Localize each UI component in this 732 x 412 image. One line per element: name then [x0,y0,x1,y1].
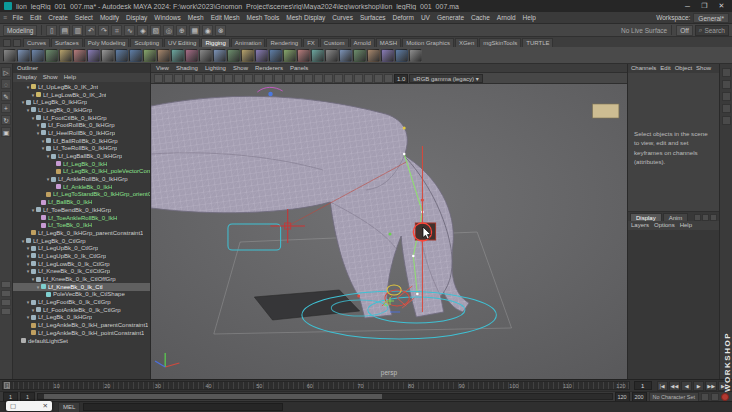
character-controls-icon[interactable] [722,116,731,125]
film-gate-icon[interactable] [244,74,253,83]
channel-box-menu-channels[interactable]: Channels [631,64,656,73]
render-current-frame-icon[interactable]: ◉ [202,25,213,36]
shelf-tool-icon[interactable] [213,49,226,62]
layout-single-icon[interactable] [1,281,11,288]
viewport-menu-renderers[interactable]: Renderers [255,64,283,72]
field-chart-icon[interactable] [274,74,283,83]
outliner-item[interactable]: PoleVecBk_0_Ik_CtlShape [13,291,150,299]
outliner-menu-display[interactable]: Display [17,73,37,82]
outliner-item[interactable]: ▾Lf_ToeRollBk_0_IkHGrp [13,145,150,153]
new-layer-icon[interactable] [694,214,701,221]
menu-help[interactable]: Help [519,14,539,21]
outliner-menu-show[interactable]: Show [43,73,58,82]
shelf-tool-icon[interactable] [73,49,86,62]
outliner-item[interactable]: ▾Lf_BallRollBk_0_IkHGrp [13,137,150,145]
menu-surfaces[interactable]: Surfaces [356,14,389,21]
shelf-tool-icon[interactable] [283,49,296,62]
select-camera-icon[interactable] [154,74,163,83]
snap-to-plane-icon[interactable]: ▧ [150,25,161,36]
play-forwards-button[interactable]: ▶ [693,381,704,391]
shadows-icon[interactable] [344,74,353,83]
shelf-tab-curves[interactable]: Curves [23,38,50,47]
attribute-editor-toggle-icon[interactable] [722,80,731,89]
menu-mesh-tools[interactable]: Mesh Tools [243,14,283,21]
shelf-tool-icon[interactable] [339,49,352,62]
outliner-item[interactable]: Lf_ToeAnkleRollBk_0_IkH [13,214,150,222]
command-language-toggle[interactable]: MEL [58,402,80,412]
menu-create[interactable]: Create [45,14,72,21]
maximize-button[interactable]: ❐ [698,2,711,10]
command-line-input[interactable] [83,403,283,411]
shaded-mode-icon[interactable] [314,74,323,83]
shelf-tool-icon[interactable] [115,49,128,62]
open-scene-icon[interactable]: ▤ [59,25,70,36]
resolution-gate-icon[interactable] [254,74,263,83]
shelf-tool-icon[interactable] [269,49,282,62]
shelf-tab-motion-graphics[interactable]: Motion Graphics [402,38,454,47]
render-view-icon[interactable]: ▦ [189,25,200,36]
viewport-menu-show[interactable]: Show [233,64,248,72]
safe-title-icon[interactable] [294,74,303,83]
outliner-item[interactable]: ▾Lf_KneeBk_0_Ik_CtlOffGrp [13,275,150,283]
undo-icon[interactable]: ↶ [85,25,96,36]
layer-editor-menu-help[interactable]: Help [680,221,692,230]
menu-set-dropdown[interactable]: Modeling [3,25,37,36]
menu-cache[interactable]: Cache [468,14,494,21]
outliner-item[interactable]: Lf_LegAnkleBk_0_IkH_pointConstraint1 [13,329,150,337]
outliner-item[interactable]: Lf_LegBk_0_IkH [13,160,150,168]
outliner-item[interactable]: ▾Lf_LegBallBk_0_IkHGrp [13,152,150,160]
outliner-item[interactable]: ▾Lf_KneeBk_0_Ik_CtlCtlGrp [13,268,150,276]
construction-history-icon[interactable]: ⊕ [176,25,187,36]
step-forward-button[interactable]: ▶▶ [705,381,717,391]
character-set-dropdown[interactable]: No Character Set [649,392,700,402]
outliner-item[interactable]: Lf_LegBk_0_IkH_poleVectorConstraint1 [13,168,150,176]
snap-to-grid-icon[interactable]: ⌗ [111,25,122,36]
layer-editor-menu-options[interactable]: Options [654,221,675,230]
shelf-tool-icon[interactable] [395,49,408,62]
paint-select-tool-icon[interactable]: ✎ [1,91,11,101]
shelf-tool-icon[interactable] [171,49,184,62]
shelf-tab-sculpting[interactable]: Sculpting [130,38,163,47]
layer-editor-menu-layers[interactable]: Layers [631,221,649,230]
viewport-menu-shading[interactable]: Shading [176,64,198,72]
outliner-item[interactable]: ▾Lf_KneeBk_0_Ik_Ctl [13,283,150,291]
2d-pan-zoom-icon[interactable] [204,74,213,83]
menu-uv[interactable]: UV [417,14,433,21]
range-slider-handle[interactable] [44,394,382,399]
shelf-tab-rigging[interactable]: Rigging [201,38,229,47]
shelf-tab-custom[interactable]: Custom [320,38,349,47]
wireframe-mode-icon[interactable] [304,74,313,83]
shelf-tool-icon[interactable] [353,49,366,62]
menu-mesh-display[interactable]: Mesh Display [283,14,329,21]
menu-curves[interactable]: Curves [329,14,357,21]
grid-toggle-icon[interactable] [234,74,243,83]
shelf-tool-icon[interactable] [241,49,254,62]
ipr-render-icon[interactable]: ⊗ [215,25,226,36]
select-tool-icon[interactable]: ▷ [1,67,11,77]
bookmarks-icon[interactable] [184,74,193,83]
rotate-tool-icon[interactable]: ↻ [1,115,11,125]
ao-icon[interactable] [354,74,363,83]
overscan-icon[interactable] [214,74,223,83]
shelf-tab-animation[interactable]: Animation [231,38,266,47]
menu-edit-mesh[interactable]: Edit Mesh [207,14,243,21]
layout-four-view-icon[interactable] [1,290,11,297]
viewport-3d-scene[interactable] [151,84,627,379]
shelf-options-icon[interactable] [13,39,21,47]
channel-box-menu-show[interactable]: Show [696,64,711,73]
shelf-tab-mgskintools[interactable]: mgSkinTools [479,38,521,47]
restore-window-icon[interactable]: ▢ [10,402,16,410]
menu-file[interactable]: File [9,14,26,21]
outliner-item[interactable]: Lf_LegBk_0_IkHGrp_parentConstraint1 [13,229,150,237]
playback-end-field[interactable]: 120 [615,392,630,402]
viewport-menu-view[interactable]: View [156,64,169,72]
step-back-button[interactable]: ◀◀ [669,381,681,391]
shelf-tool-icon[interactable] [227,49,240,62]
shelf-tab-xgen[interactable]: XGen [455,38,478,47]
shelf-tab-uv-editing[interactable]: UV Editing [164,38,200,47]
textured-mode-icon[interactable] [324,74,333,83]
viewport-menu-lighting[interactable]: Lighting [205,64,226,72]
shelf-tool-icon[interactable] [101,49,114,62]
menu-select[interactable]: Select [71,14,96,21]
outliner-item[interactable]: defaultLightSet [13,337,150,345]
